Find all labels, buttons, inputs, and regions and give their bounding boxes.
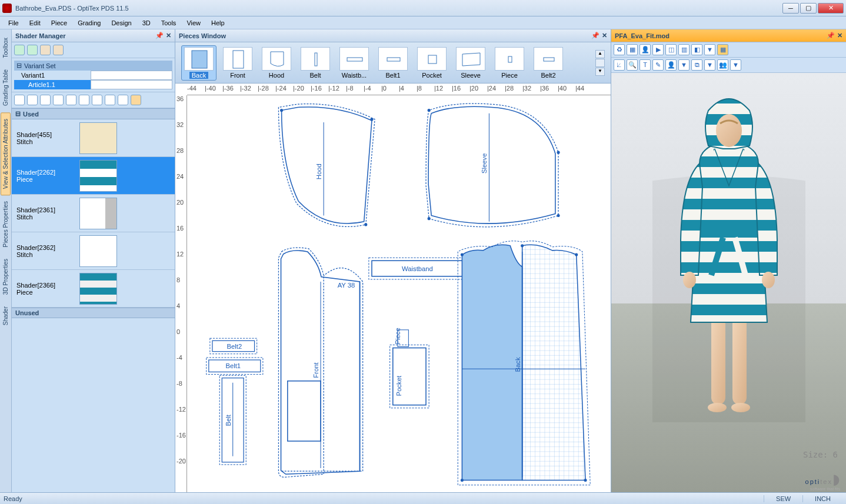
3d-play-icon[interactable]: ▶ [652, 44, 664, 55]
3d-tool-5[interactable]: ◫ [665, 44, 677, 55]
piece-btn-back[interactable]: Back [181, 45, 217, 81]
shader-tool-4[interactable] [53, 95, 64, 105]
3d-tool-7[interactable]: ◧ [691, 44, 702, 55]
3d-tool-b7[interactable]: ⧉ [691, 59, 702, 71]
maximize-button[interactable]: ▢ [800, 3, 817, 14]
shader-tool-9[interactable] [118, 95, 128, 105]
menu-design[interactable]: Design [106, 18, 136, 28]
status-ready: Ready [4, 495, 22, 502]
panel-close-icon[interactable]: ✕ [166, 32, 171, 39]
unused-header[interactable]: Unused [12, 308, 175, 318]
shader-item-1[interactable]: Shader[2262]Piece [12, 157, 175, 195]
piece-btn-front[interactable]: Front [220, 45, 255, 81]
title-bar: Bathrobe_Eva.PDS - OptiTex PDS 11.5 ─ ▢ … [0, 0, 846, 16]
3d-tool-b6[interactable]: ▼ [678, 59, 690, 71]
close-button[interactable]: ✕ [818, 3, 844, 14]
shader-tool-6[interactable] [79, 95, 89, 105]
3d-zoom-icon[interactable]: 🔍 [627, 59, 638, 71]
piece-scroll-down[interactable]: ▼ [595, 68, 605, 76]
3d-axes-icon[interactable]: ⟀ [614, 59, 625, 71]
panel-close-icon[interactable]: ✕ [602, 32, 607, 39]
3d-text-icon[interactable]: T [640, 59, 651, 71]
menu-tools[interactable]: Tools [156, 18, 181, 28]
variant-set-header[interactable]: ⊟Variant Set [14, 61, 172, 71]
shader-tool-10[interactable] [131, 95, 141, 105]
pin-icon[interactable]: 📌 [827, 32, 835, 39]
status-sew: SEW [764, 495, 802, 502]
svg-rect-7 [544, 58, 554, 61]
variant-icon-3[interactable] [40, 45, 51, 55]
panel-close-icon[interactable]: ✕ [837, 32, 842, 39]
variant-icon-1[interactable] [14, 45, 25, 55]
svg-point-37 [280, 109, 283, 112]
sidetab-pieces-props[interactable]: Pieces Properties [1, 195, 10, 253]
pin-icon[interactable]: 📌 [591, 32, 599, 39]
piece-btn-sleeve[interactable]: Sleeve [453, 45, 488, 81]
3d-recycle-icon[interactable]: ♻ [614, 44, 625, 55]
svg-rect-3 [347, 58, 362, 61]
3d-tool-8[interactable]: ▼ [704, 44, 715, 55]
shader-item-3[interactable]: Shader[2362]Stitch [12, 232, 175, 270]
3d-grid-icon[interactable]: ▦ [717, 44, 728, 55]
shader-tool-2[interactable] [27, 95, 38, 105]
piece-btn-piece[interactable]: Piece [492, 45, 527, 81]
article-value[interactable] [91, 80, 172, 89]
menu-view[interactable]: View [182, 18, 205, 28]
piece-btn-belt1[interactable]: Belt1 [375, 45, 411, 81]
variant-icon-2[interactable] [27, 45, 38, 55]
piece-btn-belt2[interactable]: Belt2 [531, 45, 566, 81]
pin-icon[interactable]: 📌 [155, 32, 164, 39]
menu-3d[interactable]: 3D [138, 18, 155, 28]
3d-person-icon[interactable]: 👤 [665, 59, 677, 71]
variant1-value[interactable] [91, 71, 172, 80]
shader-item-4[interactable]: Shader[2366]Piece [12, 270, 175, 308]
minimize-button[interactable]: ─ [782, 3, 799, 14]
shader-item-2[interactable]: Shader[2361]Stitch [12, 195, 175, 232]
svg-text:Belt: Belt [225, 414, 232, 426]
3d-panel-header: PFA_Eva_Fit.mod 📌✕ [611, 29, 846, 42]
piece-btn-hood[interactable]: Hood [259, 45, 294, 81]
shader-tool-1[interactable] [14, 95, 25, 105]
variant-icon-4[interactable] [53, 45, 64, 55]
3d-tool-b8[interactable]: ▼ [704, 59, 715, 71]
menu-piece[interactable]: Piece [46, 18, 72, 28]
shader-tool-3[interactable] [40, 95, 51, 105]
pattern-canvas[interactable]: -44|-40|-36|-32|-28|-24|-20|-16|-12|-8|-… [175, 84, 611, 492]
shader-tool-8[interactable] [105, 95, 115, 105]
article-item[interactable]: Article1.1 [14, 80, 91, 89]
3d-tool-6[interactable]: ▥ [678, 44, 690, 55]
svg-point-56 [683, 272, 696, 288]
3d-viewport[interactable]: Size: 6 optitex◗ software that fits [611, 73, 846, 492]
side-tabs: Toolbox Grading Table View & Selection A… [0, 29, 12, 492]
sidetab-view-selection[interactable]: View & Selection Attributes [1, 112, 11, 195]
3d-people-icon[interactable]: 👥 [717, 59, 728, 71]
3d-pen-icon[interactable]: ✎ [652, 59, 664, 71]
shader-tool-5[interactable] [66, 95, 76, 105]
3d-tool-b10[interactable]: ▼ [730, 59, 741, 71]
used-header[interactable]: ⊟Used [12, 108, 175, 119]
sidetab-toolbox[interactable]: Toolbox [1, 32, 10, 64]
menu-edit[interactable]: Edit [25, 18, 45, 28]
piece-btn-pocket[interactable]: Pocket [414, 45, 449, 81]
menu-help[interactable]: Help [206, 18, 229, 28]
sidetab-grading[interactable]: Grading Table [1, 64, 10, 112]
sidetab-shader[interactable]: Shader [1, 301, 10, 331]
svg-rect-55 [695, 228, 763, 238]
shader-tool-7[interactable] [92, 95, 102, 105]
3d-avatar-icon[interactable]: 👤 [640, 44, 651, 55]
menu-grading[interactable]: Grading [73, 18, 105, 28]
svg-text:Belt2: Belt2 [227, 343, 242, 350]
ruler-vertical: 36322824201612840-4-8-12-16-20 [175, 95, 187, 492]
shader-item-0[interactable]: Shader[455]Stitch [12, 119, 175, 157]
piece-btn-waistb[interactable]: Waistb... [337, 45, 372, 81]
svg-point-38 [370, 118, 373, 121]
piece-btn-belt[interactable]: Belt [298, 45, 333, 81]
piece-scroll-thumb[interactable] [595, 59, 605, 67]
svg-point-45 [521, 244, 524, 247]
piece-scroll-up[interactable]: ▲ [595, 50, 605, 58]
variant1-item[interactable]: Variant1 [14, 71, 91, 80]
sidetab-3d-props[interactable]: 3D Properties [1, 253, 10, 301]
3d-tool-2[interactable]: ▦ [627, 44, 638, 55]
menu-file[interactable]: File [4, 18, 24, 28]
piece-thumbnail-bar: BackFrontHoodBeltWaistb...Belt1PocketSle… [175, 42, 611, 84]
